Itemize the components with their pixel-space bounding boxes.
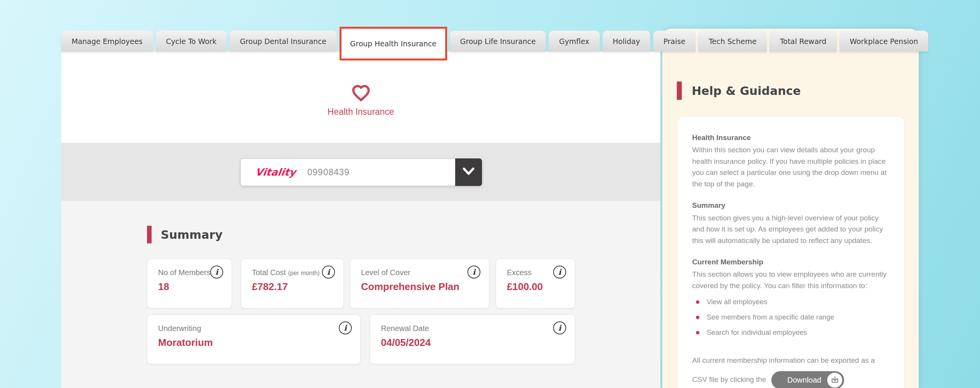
help-section-body: This section allows you to view employee… [692,269,890,291]
card-value: £782.17 [252,281,333,293]
policy-dropdown[interactable]: Vitality 09908439 [240,158,482,186]
help-panel-title: Help & Guidance [677,82,801,100]
card-label: Underwriting [158,324,350,333]
info-icon[interactable]: i [339,321,352,334]
help-section-body: Within this section you can view details… [692,144,890,189]
info-icon[interactable]: i [322,266,335,279]
card-value: £100.00 [507,281,564,293]
card-label-suffix: (per month) [288,270,320,276]
health-insurance-header: Health Insurance [61,52,660,143]
card-label: Renewal Date [381,324,564,333]
main-content: Health Insurance Vitality 09908439 Summa… [61,52,660,388]
tab-manage-employees[interactable]: Manage Employees [61,31,153,52]
tab-cycle-to-work[interactable]: Cycle To Work [156,31,227,52]
info-icon[interactable]: i [210,266,223,279]
benefits-tab-bar: Manage Employees Cycle To Work Group Den… [61,31,928,52]
help-section-heading: Summary [692,200,890,211]
tab-group-life-insurance[interactable]: Group Life Insurance [450,31,546,52]
list-item: See members from a specific date range [692,312,890,323]
dropdown-toggle[interactable] [455,158,482,186]
summary-card-renewal-date: Renewal Date 04/05/2024 i [370,315,575,364]
card-label: Level of Cover [361,268,478,277]
policy-selector-band: Vitality 09908439 [61,143,660,201]
help-section-heading: Current Membership [692,256,890,267]
help-panel-heading: Help & Guidance [692,84,801,98]
vitality-logo: Vitality [255,166,297,178]
card-value: Moratorium [158,337,350,349]
help-guidance-panel: Help & Guidance Health Insurance Within … [662,29,919,388]
summary-section: Summary No of Members 18 i Total Cost (p… [61,201,660,388]
summary-card-total-cost: Total Cost (per month) £782.17 i [241,259,344,308]
help-content-card: Health Insurance Within this section you… [678,117,904,388]
help-section-body: This section gives you a high-level over… [692,212,890,246]
filter-options-list: View all employees See members from a sp… [692,297,890,338]
card-value: 18 [158,281,221,293]
tab-group-health-insurance[interactable]: Group Health Insurance [340,27,448,60]
list-item: View all employees [692,297,890,308]
download-button-label: Download [787,376,822,385]
policy-number: 09908439 [307,167,350,178]
heart-icon [352,85,370,103]
tab-holiday[interactable]: Holiday [603,31,650,52]
chevron-down-icon [462,167,475,177]
info-icon[interactable]: i [553,266,566,279]
download-icon [827,373,842,388]
summary-heading: Summary [161,228,222,241]
help-section-heading: Health Insurance [692,132,890,143]
tab-gymflex[interactable]: Gymflex [549,31,599,52]
download-button[interactable]: Download [771,371,844,388]
tab-praise[interactable]: Praise [653,31,696,52]
card-value: Comprehensive Plan [361,281,478,293]
summary-card-underwriting: Underwriting Moratorium i [147,315,361,364]
tab-group-dental-insurance[interactable]: Group Dental Insurance [230,31,337,52]
summary-title: Summary [147,226,222,243]
info-icon[interactable]: i [467,266,480,279]
summary-card-no-of-members: No of Members 18 i [147,259,232,308]
tab-workplace-pension[interactable]: Workplace Pension [840,31,929,52]
summary-card-level-of-cover: Level of Cover Comprehensive Plan i [350,259,489,308]
card-value: 04/05/2024 [381,337,564,349]
card-label-text: Total Cost [252,268,288,277]
red-accent-bar [147,226,152,243]
tab-total-reward[interactable]: Total Reward [769,31,836,52]
info-icon[interactable]: i [553,321,566,334]
export-instruction: All current membership information can b… [692,351,890,388]
list-item: Search for individual employees [692,327,890,338]
card-label: Total Cost (per month) [252,268,333,277]
summary-card-excess: Excess £100.00 i [496,259,575,308]
red-accent-bar [677,82,682,100]
page-title: Health Insurance [328,107,394,117]
tab-tech-scheme[interactable]: Tech Scheme [698,31,767,52]
